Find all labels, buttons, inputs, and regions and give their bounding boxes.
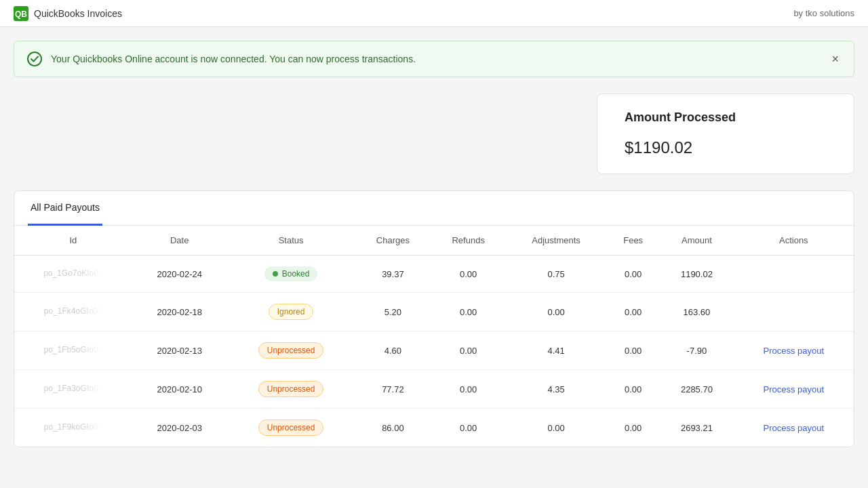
main-content: Your Quickbooks Online account is now co… — [0, 27, 868, 461]
table-header-row: Id Date Status Charges Refunds Adjustmen… — [14, 226, 854, 256]
cell-refunds: 0.00 — [431, 409, 506, 447]
cell-fees: 0.00 — [606, 370, 660, 409]
table-row: po_1Fb5oGIo042020-02-13Unprocessed4.600.… — [14, 331, 854, 370]
status-badge: Unprocessed — [258, 381, 324, 397]
svg-point-2 — [28, 52, 41, 66]
tab-all-paid-payouts[interactable]: All Paid Payouts — [28, 191, 102, 226]
cell-adjustments: 0.00 — [506, 293, 606, 331]
cell-charges: 77.72 — [355, 370, 431, 409]
cell-refunds: 0.00 — [431, 293, 506, 331]
cell-action[interactable]: Process payout — [734, 409, 854, 447]
header-left: QB QuickBooks Invoices — [14, 6, 122, 21]
process-payout-button[interactable]: Process payout — [764, 384, 825, 394]
cell-charges: 4.60 — [355, 331, 431, 370]
payout-id: po_1F9koGIo04 — [44, 422, 102, 432]
cell-id: po_1Go7oKIo04 — [14, 256, 132, 293]
success-banner: Your Quickbooks Online account is now co… — [14, 41, 854, 77]
cell-charges: 86.00 — [355, 409, 431, 447]
quickbooks-logo-icon: QB — [14, 6, 28, 21]
col-header-actions: Actions — [734, 226, 854, 256]
cell-status: Unprocessed — [227, 370, 355, 409]
table-card: All Paid Payouts Id Date Status Charges … — [14, 190, 854, 447]
amount-card: Amount Processed $1190.02 — [597, 94, 854, 174]
cell-adjustments: 0.00 — [506, 409, 606, 447]
status-badge: Unprocessed — [258, 342, 324, 359]
app-header: QB QuickBooks Invoices by tko solutions — [0, 0, 868, 27]
cell-action[interactable]: Process payout — [734, 370, 854, 409]
col-header-amount: Amount — [660, 226, 733, 256]
col-header-status: Status — [227, 226, 355, 256]
payouts-table: Id Date Status Charges Refunds Adjustmen… — [14, 226, 854, 447]
cell-id: po_1F9koGIo04 — [14, 409, 132, 447]
table-row: po_1Go7oKIo042020-02-24Booked39.370.000.… — [14, 256, 854, 293]
cell-date: 2020-02-18 — [132, 293, 227, 331]
col-header-charges: Charges — [355, 226, 431, 256]
col-header-date: Date — [132, 226, 227, 256]
header-by: by tko solutions — [793, 8, 854, 18]
payout-id: po_1Fb5oGIo04 — [44, 345, 103, 354]
cell-date: 2020-02-24 — [132, 256, 227, 293]
cell-date: 2020-02-03 — [132, 409, 227, 447]
cell-fees: 0.00 — [606, 293, 660, 331]
table-row: po_1Fk4oGIo042020-02-18Ignored5.200.000.… — [14, 293, 854, 331]
tab-bar: All Paid Payouts — [14, 191, 854, 226]
cell-action — [734, 293, 854, 331]
process-payout-button[interactable]: Process payout — [764, 346, 825, 356]
success-icon — [26, 51, 43, 67]
cell-adjustments: 4.35 — [506, 370, 606, 409]
col-header-refunds: Refunds — [431, 226, 506, 256]
cell-fees: 0.00 — [606, 409, 660, 447]
amount-card-wrapper: Amount Processed $1190.02 — [14, 94, 854, 174]
cell-amount: -7.90 — [660, 331, 733, 370]
cell-amount: 2285.70 — [660, 370, 733, 409]
cell-date: 2020-02-10 — [132, 370, 227, 409]
cell-fees: 0.00 — [606, 331, 660, 370]
cell-date: 2020-02-13 — [132, 331, 227, 370]
table-row: po_1Fa3oGIo042020-02-10Unprocessed77.720… — [14, 370, 854, 409]
cell-refunds: 0.00 — [431, 370, 506, 409]
cell-refunds: 0.00 — [431, 331, 506, 370]
cell-id: po_1Fk4oGIo04 — [14, 293, 132, 331]
cell-status: Unprocessed — [227, 409, 355, 447]
cell-adjustments: 0.75 — [506, 256, 606, 293]
cell-action[interactable]: Process payout — [734, 331, 854, 370]
status-badge: Unprocessed — [258, 420, 324, 436]
cell-id: po_1Fb5oGIo04 — [14, 331, 132, 370]
banner-close-button[interactable]: × — [829, 53, 842, 65]
cell-status: Ignored — [227, 293, 355, 331]
status-badge: Ignored — [269, 304, 314, 320]
cell-adjustments: 4.41 — [506, 331, 606, 370]
amount-card-title: Amount Processed — [625, 110, 827, 125]
status-badge: Booked — [264, 266, 318, 281]
table-row: po_1F9koGIo042020-02-03Unprocessed86.000… — [14, 409, 854, 447]
cell-amount: 163.60 — [660, 293, 733, 331]
cell-id: po_1Fa3oGIo04 — [14, 370, 132, 409]
banner-message: Your Quickbooks Online account is now co… — [51, 54, 821, 64]
booked-dot-icon — [273, 271, 278, 277]
cell-amount: 1190.02 — [660, 256, 733, 293]
cell-status: Unprocessed — [227, 331, 355, 370]
amount-card-value: $1190.02 — [625, 138, 827, 157]
cell-status: Booked — [227, 256, 355, 293]
payout-id: po_1Go7oKIo04 — [43, 268, 102, 278]
payout-id: po_1Fa3oGIo04 — [44, 384, 103, 393]
col-header-id: Id — [14, 226, 132, 256]
col-header-fees: Fees — [606, 226, 660, 256]
process-payout-button[interactable]: Process payout — [764, 423, 825, 433]
cell-charges: 5.20 — [355, 293, 431, 331]
cell-action — [734, 256, 854, 293]
cell-charges: 39.37 — [355, 256, 431, 293]
cell-fees: 0.00 — [606, 256, 660, 293]
svg-text:QB: QB — [15, 9, 27, 19]
app-title: QuickBooks Invoices — [34, 8, 122, 19]
col-header-adjustments: Adjustments — [506, 226, 606, 256]
cell-refunds: 0.00 — [431, 256, 506, 293]
payout-id: po_1Fk4oGIo04 — [44, 306, 102, 316]
cell-amount: 2693.21 — [660, 409, 733, 447]
